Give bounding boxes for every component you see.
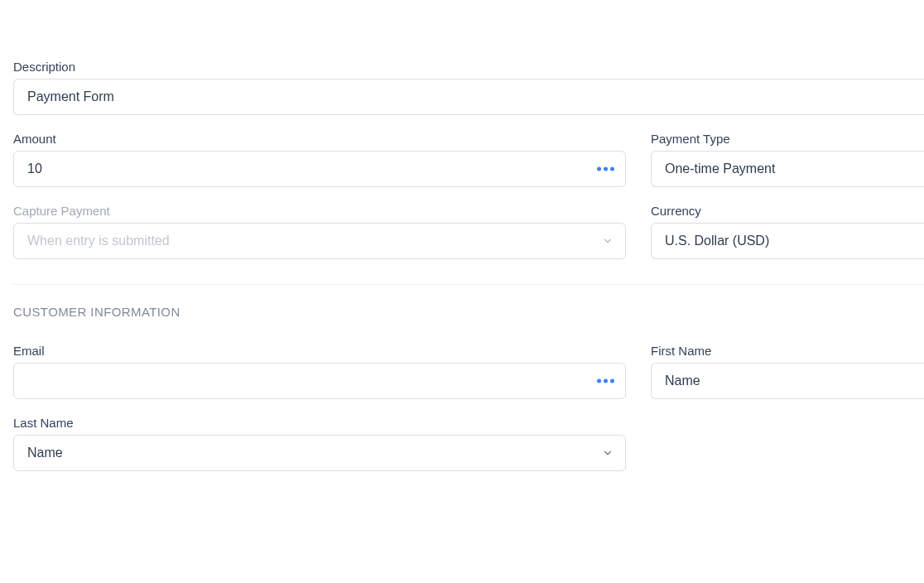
currency-select[interactable]: U.S. Dollar (USD) xyxy=(651,223,924,259)
capture-payment-value: When entry is submitted xyxy=(27,234,170,248)
dot-icon xyxy=(597,167,601,171)
description-field: Description xyxy=(13,60,924,115)
capture-payment-select: When entry is submitted xyxy=(13,223,626,259)
payment-type-field: Payment Type One-time Payment xyxy=(651,132,924,187)
capture-payment-label: Capture Payment xyxy=(13,204,626,218)
email-label: Email xyxy=(13,344,626,358)
currency-label: Currency xyxy=(651,204,924,218)
first-name-select[interactable]: Name xyxy=(651,363,924,399)
section-divider xyxy=(13,284,924,285)
description-label: Description xyxy=(13,60,924,74)
chevron-down-icon xyxy=(602,235,614,247)
first-name-label: First Name xyxy=(651,344,924,358)
customer-info-heading: CUSTOMER INFORMATION xyxy=(13,305,924,319)
email-field: Email xyxy=(13,344,626,399)
payment-type-select[interactable]: One-time Payment xyxy=(651,151,924,187)
amount-input[interactable] xyxy=(13,151,626,187)
dot-icon xyxy=(597,379,601,383)
last-name-field: Last Name Name xyxy=(13,416,626,471)
dot-icon xyxy=(604,167,608,171)
amount-merge-tag-button[interactable] xyxy=(594,164,618,175)
dot-icon xyxy=(610,167,614,171)
email-merge-tag-button[interactable] xyxy=(594,376,618,387)
description-input[interactable] xyxy=(13,79,924,115)
last-name-select[interactable]: Name xyxy=(13,435,626,471)
amount-field: Amount xyxy=(13,132,626,187)
first-name-field: First Name Name xyxy=(651,344,924,399)
last-name-label: Last Name xyxy=(13,416,626,430)
dot-icon xyxy=(610,379,614,383)
currency-value: U.S. Dollar (USD) xyxy=(665,234,769,248)
payment-type-label: Payment Type xyxy=(651,132,924,146)
amount-label: Amount xyxy=(13,132,626,146)
payment-type-value: One-time Payment xyxy=(665,161,775,176)
capture-payment-field: Capture Payment When entry is submitted xyxy=(13,204,626,259)
dot-icon xyxy=(604,379,608,383)
first-name-value: Name xyxy=(665,373,700,388)
currency-field: Currency U.S. Dollar (USD) xyxy=(651,204,924,259)
email-input[interactable] xyxy=(13,363,626,399)
chevron-down-icon xyxy=(602,447,614,459)
last-name-value: Name xyxy=(27,446,63,460)
